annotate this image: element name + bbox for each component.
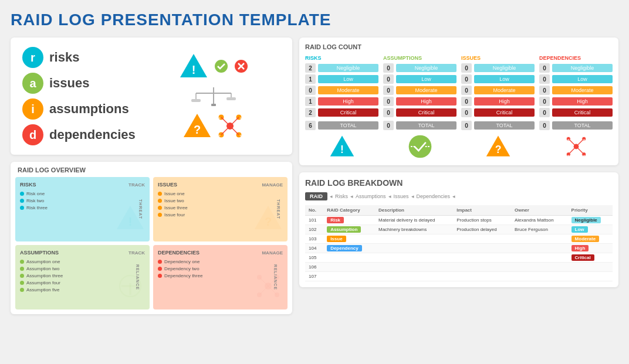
cell-impact: [453, 272, 511, 281]
count-row: 0 Negligible: [461, 63, 535, 73]
count-row: 0 Moderate: [383, 86, 456, 95]
count-row: 0 Low: [539, 74, 613, 84]
count-num: 0: [461, 97, 472, 106]
cell-impact: [453, 234, 511, 244]
count-label: Low: [474, 75, 535, 83]
raid-row-i: i assumptions: [22, 98, 136, 120]
svg-line-22: [221, 126, 230, 135]
count-col-assumptions: ASSUMPTIONS 0 Negligible 0 Low 0 Moderat: [383, 55, 456, 159]
count-row: 0 Negligible: [539, 63, 613, 73]
count-total-label: TOTAL: [474, 121, 535, 130]
count-row: 0 Critical: [539, 108, 613, 117]
breakdown-title: RAID LOG BREAKDOWN: [305, 178, 613, 188]
col-priority: Priority: [568, 205, 613, 216]
count-label: High: [474, 97, 535, 106]
count-total-label: TOTAL: [396, 121, 456, 130]
svg-text:?: ?: [265, 215, 272, 228]
count-total-num: 0: [539, 121, 550, 130]
count-num: 0: [383, 63, 394, 73]
count-label: Low: [552, 75, 613, 83]
tab-risks[interactable]: Risks: [335, 193, 348, 199]
count-total-label: TOTAL: [318, 121, 378, 130]
count-label: Critical: [552, 108, 613, 117]
cell-no: 102: [305, 225, 323, 234]
cell-owner: Alexandra Mattson: [511, 216, 568, 225]
cell-priority: Negligible: [568, 216, 613, 225]
tab-issues[interactable]: Issues: [394, 193, 409, 199]
svg-text:!: !: [340, 144, 344, 155]
raid-overview-panel: RAID LOG OVERVIEW RISKS TRACK Risk one R…: [11, 162, 292, 314]
balance-scale-icon: [190, 84, 237, 108]
list-item: Risk two: [20, 198, 145, 203]
count-num: 0: [539, 97, 550, 106]
cell-priority: [568, 263, 613, 272]
table-row: 107: [305, 272, 613, 281]
count-num: 1: [305, 97, 316, 106]
svg-text:+: +: [239, 116, 242, 120]
count-label: Critical: [318, 108, 378, 117]
count-dependencies-header: DEPENDENCIES: [539, 55, 613, 61]
raid-count-panel: RAID LOG COUNT RISKS 2 Negligible 1 Low: [299, 38, 618, 165]
count-risks-rows: 2 Negligible 1 Low 0 Moderate 1: [305, 63, 378, 130]
table-row: 102AssumptionMachinery breakdownsProduct…: [305, 225, 613, 234]
category-badge: Dependency: [327, 245, 362, 251]
issues-track: MANAGE: [262, 182, 283, 188]
cell-category: Assumption: [323, 225, 375, 234]
tab-raid-badge[interactable]: RAID: [305, 192, 327, 200]
count-label: Moderate: [396, 86, 456, 94]
right-panel: RAID LOG COUNT RISKS 2 Negligible 1 Low: [299, 38, 618, 314]
network-dots-icon: + + + +: [215, 111, 245, 141]
svg-text:+: +: [583, 153, 585, 157]
cell-impact: [453, 263, 511, 272]
cell-no: 103: [305, 234, 323, 244]
raid-breakdown-panel: RAID LOG BREAKDOWN RAID ◂ Risks ◂ Assump…: [299, 172, 618, 287]
count-num: 0: [539, 86, 550, 95]
threat-label: THREAT: [139, 199, 143, 219]
list-item: Assumption one: [20, 259, 145, 264]
cell-no: 107: [305, 272, 323, 281]
count-total-row: 0 TOTAL: [539, 121, 613, 130]
cell-category: Dependency: [323, 244, 375, 253]
list-item: Assumption two: [20, 266, 145, 271]
label-dependencies: dependencies: [49, 127, 136, 142]
count-row: 0 Critical: [461, 108, 535, 117]
question-triangle-icon: ?: [182, 111, 212, 141]
list-item: Dependency one: [158, 259, 283, 264]
raid-row-d: d dependencies: [22, 124, 136, 145]
cell-owner: [511, 272, 568, 281]
risks-track: TRACK: [128, 182, 145, 188]
cell-category: [323, 272, 375, 281]
list-item: Risk one: [20, 191, 145, 196]
label-assumptions: assumptions: [49, 101, 129, 117]
cell-owner: [511, 234, 568, 244]
overview-assumptions-cell: ASSUMPTIONS TRACK Assumption one Assumpt…: [15, 245, 150, 309]
svg-rect-11: [226, 97, 236, 100]
raid-row-a: a issues: [22, 73, 136, 94]
count-title: RAID LOG COUNT: [305, 43, 613, 50]
cell-no: 106: [305, 263, 323, 272]
overview-risks-cell: RISKS TRACK Risk one Risk two Risk three…: [15, 177, 150, 241]
count-dependencies-icon: + + + +: [539, 134, 613, 159]
x-mark-icon: [234, 59, 248, 73]
cell-category: [323, 263, 375, 272]
count-total-row: 0 TOTAL: [461, 121, 535, 130]
cell-category: Risk: [323, 216, 375, 225]
overview-grid: RISKS TRACK Risk one Risk two Risk three…: [15, 177, 288, 309]
table-row: 103IssueModerate: [305, 234, 613, 244]
table-row: 106: [305, 263, 613, 272]
cell-description: Material delivery is delayed: [375, 216, 453, 225]
priority-badge: Critical: [571, 254, 594, 261]
count-assumptions-icon: [383, 134, 456, 159]
col-description: Description: [375, 205, 453, 216]
table-header-row: No. RAID Category Description Impact Own…: [305, 205, 613, 216]
count-row: 0 Low: [461, 74, 535, 84]
left-panel: r risks a issues i assumptions d depende…: [11, 38, 292, 314]
letter-a-circle: a: [22, 73, 43, 94]
tab-dependencies[interactable]: Dependencies: [417, 193, 451, 199]
svg-text:+: +: [218, 134, 221, 138]
overview-issues-cell: ISSUES MANAGE Issue one Issue two Issue …: [153, 177, 288, 241]
tab-assumptions[interactable]: Assumptions: [356, 193, 386, 199]
assumptions-bg-icon: [116, 271, 145, 306]
count-row: 0 High: [461, 97, 535, 106]
count-row: 0 Moderate: [539, 86, 613, 95]
